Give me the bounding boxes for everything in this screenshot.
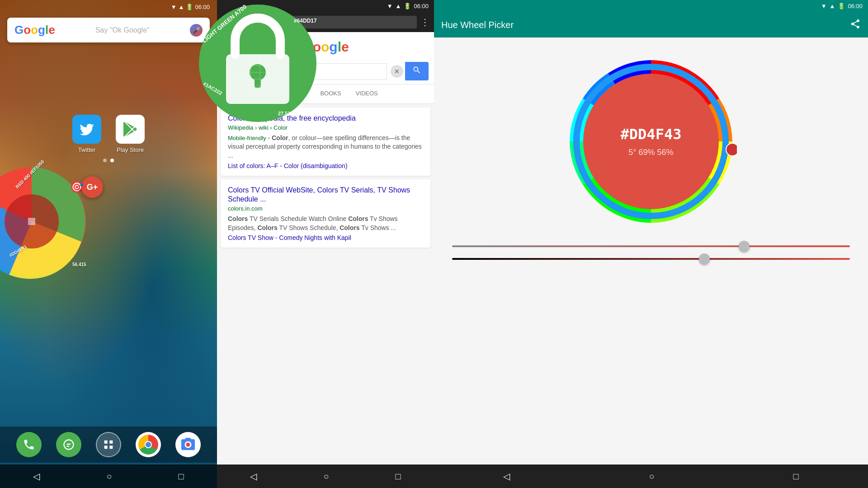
search-button[interactable]: [405, 62, 429, 80]
sliders-container: [434, 236, 868, 269]
google-search-bar[interactable]: Google Say "Ok Google" 🎤: [7, 18, 210, 42]
google-logo-p2: Google: [302, 39, 349, 55]
search-results: Color - Wikipedia, the free encyclopedia…: [217, 104, 434, 465]
dot-1[interactable]: [103, 159, 107, 162]
slider-2-thumb[interactable]: [699, 253, 710, 264]
hue-wheel-container[interactable]: #DD4F43 5° 69% 56%: [434, 38, 868, 236]
p3-battery-icon: 🔋: [838, 3, 845, 9]
slider-2-track[interactable]: [452, 258, 850, 260]
pinwheel-icon: 🎯: [70, 181, 84, 193]
result-1-breadcrumb: Wikipedia › wiki › Color: [228, 124, 423, 131]
slider-2-row: [452, 258, 850, 260]
p2-signal-icon: ▲: [396, 3, 401, 9]
status-bar: ▼ ▲ 🔋 06:00: [0, 0, 217, 14]
app-grid: Twitter Play Store: [0, 115, 217, 153]
apps-dock-icon[interactable]: [96, 432, 121, 457]
search-input[interactable]: [222, 63, 387, 80]
nav-bar: ◁ ○ □: [0, 465, 217, 488]
p3-nav-bar: ◁ ○ □: [434, 465, 868, 488]
battery-icon: 🔋: [186, 4, 193, 10]
back-button[interactable]: ◁: [29, 467, 43, 485]
p3-title: Hue Wheel Picker: [441, 20, 514, 30]
time-display: 06:00: [195, 4, 210, 10]
p3-home-button[interactable]: ○: [645, 468, 658, 485]
panel-home-screen: ▼ ▲ 🔋 06:00 Google Say "Ok Google" 🎤: [0, 0, 217, 488]
result-2-title[interactable]: Colors TV Official WebSite, Colors TV Se…: [228, 186, 423, 205]
result-2-link[interactable]: Colors TV Show - Comedy Nights with Kapi…: [228, 234, 423, 241]
p2-nav-bar: ◁ ○ □: [217, 465, 434, 488]
browser-bar: …gle.com ⋮: [217, 12, 434, 32]
panel-browser: ▼ ▲ 🔋 06:00 …gle.com ⋮: [217, 0, 434, 488]
twitter-label: Twitter: [78, 146, 95, 153]
p2-wifi-icon: ▼: [387, 3, 393, 9]
gplus-icon[interactable]: G+: [81, 176, 103, 198]
svg-rect-2: [28, 218, 35, 225]
svg-point-29: [726, 143, 737, 156]
p3-status-bar: ▼ ▲ 🔋 06:00: [434, 0, 868, 12]
wifi-icon: ▼: [171, 4, 177, 10]
dot-2[interactable]: [110, 159, 114, 162]
tab-all[interactable]: ALL: [221, 84, 245, 103]
tab-books[interactable]: BOOKS: [313, 84, 348, 103]
result-2-breadcrumb: colors.in.com: [228, 205, 423, 212]
playstore-app-item[interactable]: Play Store: [116, 115, 145, 153]
google-logo-area: Google: [217, 32, 434, 62]
result-card-2: Colors TV Official WebSite, Colors TV Se…: [221, 179, 430, 248]
p3-header-area: ▼ ▲ 🔋 06:00 Hue Wheel Picker: [434, 0, 868, 38]
status-icons: ▼ ▲ 🔋 06:00: [171, 4, 210, 10]
panel-hue-picker: ▼ ▲ 🔋 06:00 Hue Wheel Picker: [434, 0, 868, 488]
playstore-icon[interactable]: [116, 115, 145, 144]
p3-recent-button[interactable]: □: [789, 468, 802, 485]
result-2-snippet: Colors TV Serials Schedule Watch Online …: [228, 215, 423, 232]
page-dots: [0, 159, 217, 162]
p2-battery-icon: 🔋: [404, 3, 411, 9]
search-tabs: ALL IMAGES APPS BOOKS VIDEOS: [217, 84, 434, 104]
result-1-link[interactable]: List of colors: A–F - Color (disambiguat…: [228, 162, 423, 169]
mic-icon[interactable]: 🎤: [190, 24, 203, 37]
svg-text:5°  69%  56%: 5° 69% 56%: [628, 148, 673, 157]
search-input-row: ✕: [217, 62, 434, 84]
google-logo: Google: [14, 23, 55, 37]
p3-wifi-icon: ▼: [821, 3, 827, 9]
p3-header: Hue Wheel Picker: [434, 12, 868, 38]
menu-dots[interactable]: ⋮: [420, 17, 429, 28]
svg-text:#DD4F43: #DD4F43: [621, 126, 682, 143]
slider-1-row: [452, 245, 850, 247]
hangouts-dock-icon[interactable]: [56, 432, 81, 457]
p2-status-bar: ▼ ▲ 🔋 06:00: [217, 0, 434, 12]
svg-point-3: [186, 443, 190, 447]
camera-dock-icon[interactable]: [175, 432, 201, 457]
result-card-1: Color - Wikipedia, the free encyclopedia…: [221, 108, 430, 176]
twitter-icon[interactable]: [72, 115, 101, 144]
hue-wheel[interactable]: #DD4F43 5° 69% 56%: [565, 56, 737, 227]
color-label-deg: 56.415: [72, 262, 86, 267]
tab-videos[interactable]: VIDEOS: [349, 84, 385, 103]
home-button[interactable]: ○: [103, 468, 115, 485]
app-dock: [0, 427, 217, 463]
result-1-title[interactable]: Color - Wikipedia, the free encyclopedia: [228, 114, 423, 123]
tab-images[interactable]: IMAGES: [245, 84, 283, 103]
slider-1-track[interactable]: [452, 245, 850, 247]
url-bar[interactable]: …gle.com: [222, 16, 417, 28]
p2-time: 06:00: [414, 3, 429, 9]
twitter-app-item[interactable]: Twitter: [72, 115, 101, 153]
tab-apps[interactable]: APPS: [283, 84, 313, 103]
phone-dock-icon[interactable]: [16, 432, 42, 457]
p2-home-button[interactable]: ○: [320, 468, 332, 485]
slider-1-thumb[interactable]: [739, 241, 750, 252]
playstore-label: Play Store: [117, 146, 144, 153]
result-1-snippet: Mobile-friendly - Color, or colour—see s…: [228, 134, 423, 160]
p2-recent-button[interactable]: □: [392, 468, 404, 485]
chrome-dock-icon[interactable]: [136, 432, 161, 457]
search-hint: Say "Ok Google": [55, 26, 190, 34]
p2-back-button[interactable]: ◁: [246, 467, 260, 485]
url-text: …gle.com: [226, 19, 255, 26]
p3-time: 06:00: [848, 3, 863, 9]
share-icon[interactable]: [850, 19, 861, 32]
recent-button[interactable]: □: [175, 468, 187, 485]
p3-back-button[interactable]: ◁: [500, 467, 514, 485]
p3-signal-icon: ▲: [830, 3, 835, 9]
search-clear-button[interactable]: ✕: [391, 65, 403, 78]
signal-icon: ▲: [179, 4, 184, 10]
